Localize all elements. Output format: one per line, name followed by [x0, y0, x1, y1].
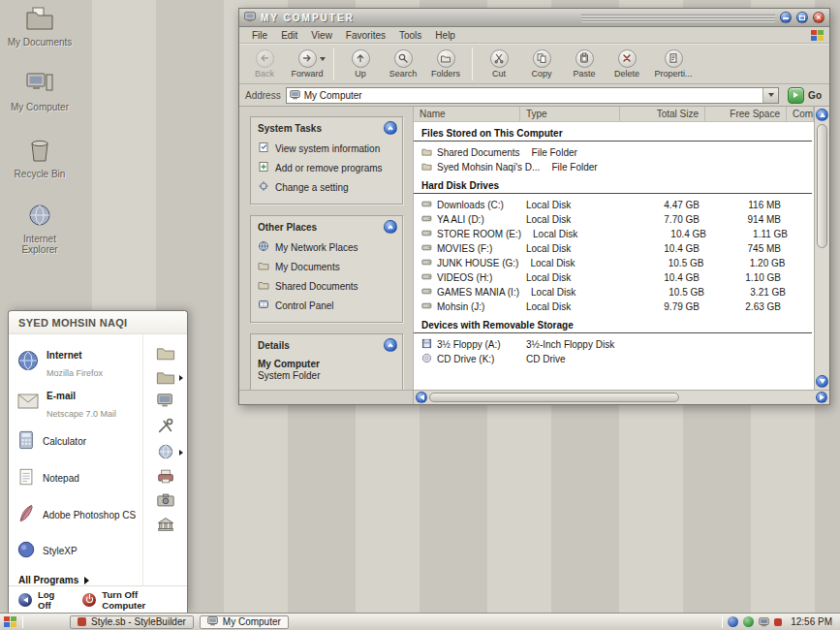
start-button[interactable]: [4, 616, 16, 627]
drive-row[interactable]: Mohsin (J:) Local Disk 9.79 GB 2.63 GB: [414, 299, 814, 314]
menu-item-tools[interactable]: Tools: [392, 29, 428, 42]
menu-item-view[interactable]: View: [304, 29, 339, 42]
taskbar-divider: [22, 616, 23, 628]
recycle-bin-icon: [27, 136, 52, 167]
scroll-down-button[interactable]: [816, 375, 828, 388]
desktop-icon-my-computer[interactable]: My Computer: [6, 71, 74, 112]
taskbar-task-my-computer[interactable]: My Computer: [200, 615, 289, 629]
start-menu-item-stylexp[interactable]: StyleXP: [15, 534, 140, 569]
drive-row[interactable]: STORE ROOM (E:) Local Disk 10.4 GB 1.11 …: [414, 227, 814, 241]
up-icon: [352, 49, 370, 68]
title-bar[interactable]: MY COMPUTER ×: [239, 9, 829, 27]
scroll-right-button[interactable]: [816, 392, 827, 403]
folders-button[interactable]: Folders: [424, 49, 467, 79]
close-button[interactable]: ×: [813, 12, 824, 23]
forward-dropdown-icon[interactable]: [320, 57, 326, 61]
collapse-chevron-button[interactable]: [384, 338, 397, 352]
search-button[interactable]: Search: [382, 49, 424, 79]
drive-row[interactable]: YA ALI (D:) Local Disk 7.70 GB 914 MB: [414, 212, 814, 227]
scroll-left-button[interactable]: [416, 392, 427, 403]
start-menu-item-email[interactable]: E-mailNetscape 7.0 Mail: [15, 383, 140, 424]
horizontal-scroll-thumb[interactable]: [429, 393, 679, 402]
task-link-add-remove-programs[interactable]: Add or remove programs: [258, 158, 396, 177]
menu-item-file[interactable]: File: [245, 29, 274, 42]
forward-button[interactable]: Forward: [286, 49, 328, 79]
menu-item-help[interactable]: Help: [428, 29, 462, 42]
place-link-shared-documents[interactable]: Shared Documents: [258, 276, 396, 296]
pictures-camera-icon[interactable]: [156, 492, 175, 508]
place-link-my-documents[interactable]: My Documents: [258, 257, 396, 276]
hard-disk-icon: [421, 199, 432, 211]
my-computer-icon[interactable]: [156, 393, 175, 410]
recent-documents-icon[interactable]: [156, 368, 175, 385]
column-header-type[interactable]: Type: [520, 107, 620, 121]
vertical-scroll-thumb[interactable]: [817, 124, 827, 248]
printers-icon[interactable]: [156, 468, 175, 485]
tray-network-icon[interactable]: [728, 616, 738, 627]
desktop-icon-internet-explorer[interactable]: Internet Explorer: [6, 203, 74, 255]
device-row[interactable]: CD Drive (K:) CD Drive: [414, 352, 814, 366]
up-button[interactable]: Up: [339, 49, 382, 79]
column-header-free-space[interactable]: Free Space: [705, 107, 787, 121]
properties-button[interactable]: Properti...: [648, 49, 699, 79]
task-link-view-system-information[interactable]: View system information: [258, 139, 396, 158]
desktop-icon-recycle-bin[interactable]: Recycle Bin: [6, 136, 74, 179]
copy-button[interactable]: Copy: [520, 49, 563, 79]
address-dropdown-button[interactable]: [762, 88, 778, 103]
go-button[interactable]: Go: [788, 87, 822, 104]
column-header-name[interactable]: Name: [414, 107, 520, 121]
desktop-icon-label: Recycle Bin: [15, 169, 66, 179]
connect-to-icon[interactable]: [156, 443, 175, 460]
control-panel-icon[interactable]: [156, 418, 175, 435]
help-icon[interactable]: [156, 516, 175, 532]
minimize-button[interactable]: [780, 12, 792, 23]
file-row[interactable]: Syed Mohsin Naqi's D... File Folder: [414, 160, 814, 174]
drive-row[interactable]: JUNK HOUSE (G:) Local Disk 10.5 GB 1.20 …: [414, 256, 814, 270]
group-title-removable-storage: Devices with Removable Storage: [414, 320, 812, 333]
delete-button[interactable]: Delete: [606, 49, 648, 79]
paste-button[interactable]: Paste: [563, 49, 606, 79]
device-row[interactable]: 3½ Floppy (A:) 3½-Inch Floppy Disk: [414, 337, 814, 352]
drive-row[interactable]: MOVIES (F:) Local Disk 10.4 GB 745 MB: [414, 241, 814, 256]
copy-icon: [533, 49, 551, 68]
start-menu-item-notepad[interactable]: Notepad: [15, 460, 140, 497]
power-icon: [82, 593, 96, 607]
tray-update-icon[interactable]: [743, 616, 754, 627]
menu-item-favorites[interactable]: Favorites: [339, 29, 392, 42]
details-item-name: My Computer: [251, 355, 402, 370]
collapse-chevron-button[interactable]: [384, 220, 397, 234]
tray-display-icon[interactable]: [759, 614, 769, 630]
place-link-control-panel[interactable]: Control Panel: [258, 296, 396, 315]
task-link-change-setting[interactable]: Change a setting: [258, 177, 396, 197]
menu-item-edit[interactable]: Edit: [274, 29, 304, 42]
tray-alert-icon[interactable]: [774, 618, 782, 626]
start-menu-item-calculator[interactable]: Calculator: [15, 424, 140, 460]
drive-row[interactable]: GAMES MANIA (I:) Local Disk 10.5 GB 3.21…: [414, 285, 814, 299]
log-off-button[interactable]: Log Off: [18, 589, 67, 611]
maximize-button[interactable]: [796, 12, 808, 23]
place-link-my-network-places[interactable]: My Network Places: [258, 237, 396, 257]
back-button[interactable]: Back: [243, 49, 286, 79]
start-menu-item-photoshop[interactable]: Adobe Photoshop CS: [15, 497, 140, 534]
hard-disk-icon: [421, 228, 432, 240]
cut-button[interactable]: Cut: [478, 49, 520, 79]
column-header-comments[interactable]: Comm: [787, 107, 814, 121]
collapse-chevron-button[interactable]: [384, 121, 397, 135]
my-documents-icon[interactable]: [156, 344, 175, 361]
drive-row[interactable]: VIDEOS (H:) Local Disk 10.4 GB 1.10 GB: [414, 270, 814, 285]
address-box[interactable]: [286, 87, 779, 104]
start-menu-item-internet[interactable]: InternetMozilla Firefox: [15, 342, 140, 383]
file-row[interactable]: Shared Documents File Folder: [414, 145, 814, 160]
drive-row[interactable]: Downloads (C:) Local Disk 4.47 GB 116 MB: [414, 198, 814, 212]
taskbar-task-stylebuilder[interactable]: Style.sb - StyleBuilder: [70, 615, 194, 629]
desktop-icon-my-documents[interactable]: My Documents: [6, 6, 74, 47]
panel-title: System Tasks: [258, 123, 322, 134]
column-header-total-size[interactable]: Total Size: [620, 107, 705, 121]
scroll-up-button[interactable]: [816, 109, 828, 121]
turn-off-computer-button[interactable]: Turn Off Computer: [82, 589, 177, 611]
address-input[interactable]: [304, 90, 759, 101]
hard-disk-icon: [421, 286, 432, 299]
tasks-pane: System Tasks View system information Add…: [239, 107, 413, 390]
horizontal-scrollbar[interactable]: [413, 391, 829, 404]
vertical-scrollbar[interactable]: [814, 107, 829, 390]
